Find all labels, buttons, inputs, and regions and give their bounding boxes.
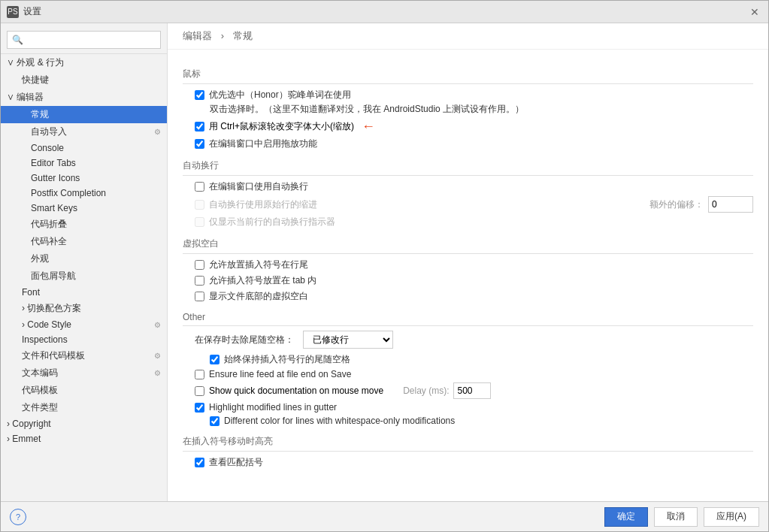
checkbox-allow-tab-input[interactable] xyxy=(195,276,204,286)
sidebar-item-file-code[interactable]: 文件和代码模板 ⚙ xyxy=(1,347,167,364)
section-autowrap: 自动换行 xyxy=(183,159,753,176)
sidebar-item-postfix-completion[interactable]: Postfix Completion xyxy=(1,186,167,201)
checkbox-use-original-row[interactable]: 自动换行使用原始行的缩进 xyxy=(195,198,645,211)
save-trailing-label: 在保存时去除尾随空格： xyxy=(195,334,294,346)
search-bar[interactable]: 🔍 xyxy=(1,26,167,54)
checkbox-always-keep-row[interactable]: 始终保持插入符号行的尾随空格 xyxy=(210,353,753,366)
checkbox-highlight-modified-input[interactable] xyxy=(195,403,204,413)
checkbox-brace-matching-input[interactable] xyxy=(195,458,204,467)
settings-content: 鼠标 优先选中（Honor）驼峰单词在使用 双击选择时。（这里不知道翻译对没，我… xyxy=(168,50,768,501)
search-container[interactable]: 🔍 xyxy=(7,31,161,49)
checkbox-show-virtual-row[interactable]: 显示文件底部的虚拟空白 xyxy=(195,290,753,303)
sidebar-item-label: Editor Tabs xyxy=(31,158,76,168)
sidebar-item-label: ∨ 外观 & 行为 xyxy=(7,56,64,69)
sidebar-item-label: Gutter Icons xyxy=(31,173,80,183)
titlebar-left: PS 设置 xyxy=(7,5,41,18)
checkbox-autowrap-row[interactable]: 在编辑窗口使用自动换行 xyxy=(195,180,753,193)
checkbox-show-virtual-input[interactable] xyxy=(195,292,204,301)
checkbox-show-indicator-label: 仅显示当前行的自动换行指示器 xyxy=(209,216,335,228)
sidebar-item-general[interactable]: 常规 xyxy=(1,106,167,123)
sidebar-item-code-completion[interactable]: 代码补全 xyxy=(1,233,167,250)
checkbox-ctrl-wheel-label: 用 Ctrl+鼠标滚轮改变字体大小(缩放) xyxy=(209,120,354,133)
checkbox-allow-eol-row[interactable]: 允许放置插入符号在行尾 xyxy=(195,258,753,271)
checkbox-ensure-linefeed-input[interactable] xyxy=(195,370,204,379)
checkbox-ctrl-wheel-input[interactable] xyxy=(195,122,204,131)
section-cursor: 鼠标 xyxy=(183,68,753,84)
sidebar-item-color-scheme[interactable]: › 切换配色方案 xyxy=(1,300,167,317)
sidebar-item-appearance[interactable]: ∨ 外观 & 行为 xyxy=(1,54,167,71)
sidebar-item-label: 外观 xyxy=(31,252,49,265)
save-trailing-select[interactable]: 已修改行 全部行 不处理 xyxy=(303,331,393,349)
breadcrumb-separator: › xyxy=(221,30,227,41)
checkbox-brace-matching-row[interactable]: 查看匹配括号 xyxy=(195,456,753,469)
sidebar-item-auto-import[interactable]: 自动导入 ⚙ xyxy=(1,123,167,141)
sidebar-item-breadcrumbs[interactable]: 面包屑导航 xyxy=(1,268,167,285)
checkbox-highlight-modified-label: Highlight modified lines in gutter xyxy=(209,402,337,413)
sidebar-item-copyright[interactable]: › Copyright xyxy=(1,416,167,431)
checkbox-always-keep-input[interactable] xyxy=(210,355,219,364)
help-button[interactable]: ? xyxy=(10,509,26,525)
sidebar-item-code-folding[interactable]: 代码折叠 xyxy=(1,216,167,233)
footer: ? 确定 取消 应用(A) xyxy=(1,501,768,531)
sidebar-item-label: Smart Keys xyxy=(31,203,77,213)
sidebar-item-label: 文件和代码模板 xyxy=(22,349,85,362)
sidebar-item-inspections[interactable]: Inspections xyxy=(1,332,167,347)
app-icon: PS xyxy=(7,6,19,18)
close-button[interactable]: ✕ xyxy=(747,5,762,20)
checkbox-allow-tab-row[interactable]: 允许插入符号放置在 tab 内 xyxy=(195,274,753,287)
sidebar-item-file-types[interactable]: 文件类型 xyxy=(1,399,167,416)
sidebar-item-gutter-icons[interactable]: Gutter Icons xyxy=(1,171,167,186)
main-panel: 编辑器 › 常规 鼠标 优先选中（Honor）驼峰单词在使用 双击选择时。（这里… xyxy=(168,23,768,501)
checkbox-honor-camelcase[interactable]: 优先选中（Honor）驼峰单词在使用 双击选择时。（这里不知道翻译对没，我在 A… xyxy=(195,89,753,116)
delay-input[interactable] xyxy=(453,382,491,399)
sidebar-item-code-style[interactable]: › Code Style ⚙ xyxy=(1,317,167,332)
apply-button[interactable]: 应用(A) xyxy=(704,507,759,527)
breadcrumb-part2: 常规 xyxy=(233,30,253,41)
sidebar-item-label: Postfix Completion xyxy=(31,188,106,198)
ok-button[interactable]: 确定 xyxy=(604,507,648,527)
checkbox-use-original-label: 自动换行使用原始行的缩进 xyxy=(209,198,317,211)
checkbox-highlight-modified-row[interactable]: Highlight modified lines in gutter xyxy=(195,402,753,413)
sidebar-item-console[interactable]: Console xyxy=(1,141,167,156)
sidebar-item-smart-keys[interactable]: Smart Keys xyxy=(1,201,167,216)
checkbox-different-color-label: Different color for lines with whitespac… xyxy=(224,416,455,426)
checkbox-drag-label: 在编辑窗口中启用拖放功能 xyxy=(209,138,317,150)
cancel-button[interactable]: 取消 xyxy=(654,507,698,527)
sidebar-item-label: Console xyxy=(31,143,64,153)
sidebar-item-label: 代码补全 xyxy=(31,235,67,248)
checkbox-allow-eol-input[interactable] xyxy=(195,260,204,270)
search-icon: 🔍 xyxy=(12,35,23,45)
sidebar-item-editor-tabs[interactable]: Editor Tabs xyxy=(1,156,167,171)
sidebar-item-label: 代码模板 xyxy=(22,384,58,397)
sidebar-item-keymap[interactable]: 快捷键 xyxy=(1,71,167,89)
checkbox-drag-row[interactable]: 在编辑窗口中启用拖放功能 xyxy=(195,138,753,150)
checkbox-different-color-input[interactable] xyxy=(210,416,219,426)
sidebar-item-emmet[interactable]: › Emmet xyxy=(1,431,167,446)
checkbox-show-virtual-label: 显示文件底部的虚拟空白 xyxy=(209,290,308,303)
sidebar-item-label: › Emmet xyxy=(7,434,41,444)
checkbox-honor-input[interactable] xyxy=(195,90,204,100)
sidebar-item-label: 自动导入 xyxy=(31,125,67,138)
sidebar-item-text-encoding[interactable]: 文本编码 ⚙ xyxy=(1,364,167,382)
checkbox-different-color-row[interactable]: Different color for lines with whitespac… xyxy=(210,416,753,426)
sidebar-badge: ⚙ xyxy=(154,369,161,377)
extra-offset-input[interactable] xyxy=(708,196,753,213)
checkbox-ensure-linefeed-row[interactable]: Ensure line feed at file end on Save xyxy=(195,369,753,379)
checkbox-show-indicator-input[interactable] xyxy=(195,217,204,227)
sidebar-item-editor[interactable]: ∨ 编辑器 xyxy=(1,89,167,106)
sidebar-item-code-template[interactable]: 代码模板 xyxy=(1,382,167,399)
sidebar-item-label: › Copyright xyxy=(7,419,51,429)
sidebar-item-appearance2[interactable]: 外观 xyxy=(1,250,167,268)
checkbox-autowrap-input[interactable] xyxy=(195,182,204,192)
checkbox-honor-subtext: 双击选择时。（这里不知道翻译对没，我在 AndroidStudio 上测试设有作… xyxy=(210,103,524,116)
checkbox-quick-doc-input[interactable] xyxy=(195,386,204,396)
search-input[interactable] xyxy=(26,35,156,45)
checkbox-ensure-linefeed-label: Ensure line feed at file end on Save xyxy=(209,369,351,379)
sidebar-item-label: › 切换配色方案 xyxy=(22,302,81,315)
sidebar-item-font[interactable]: Font xyxy=(1,285,167,300)
checkbox-use-original-input[interactable] xyxy=(195,200,204,210)
checkbox-show-indicator-row[interactable]: 仅显示当前行的自动换行指示器 xyxy=(195,216,753,228)
sidebar-badge: ⚙ xyxy=(154,128,161,136)
checkbox-autowrap-label: 在编辑窗口使用自动换行 xyxy=(209,180,308,193)
checkbox-drag-input[interactable] xyxy=(195,139,204,149)
